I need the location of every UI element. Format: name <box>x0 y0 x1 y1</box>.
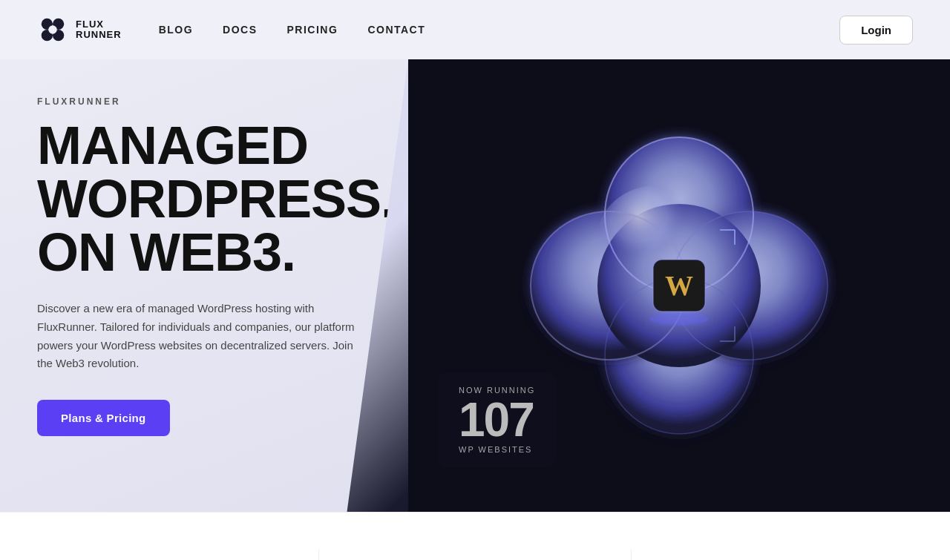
navbar: FLUX RUNNER BLOG DOCS PRICING CONTACT Lo… <box>0 0 950 59</box>
feature-budget-friendly: Budget Friendly Managed WordPress hostin… <box>37 550 319 560</box>
hero-title-line2: WORDPRESS. <box>37 169 395 228</box>
hero-brand: FLUXRUNNER <box>37 96 371 107</box>
nav-docs[interactable]: DOCS <box>223 24 257 36</box>
hero-title-line1: MANAGED <box>37 116 308 175</box>
nav-pricing[interactable]: PRICING <box>287 24 338 36</box>
hero-description: Discover a new era of managed WordPress … <box>37 300 356 373</box>
hero-right: W NOW RUNNING 107 WP WEBSITES <box>408 59 950 512</box>
nav-blog[interactable]: BLOG <box>159 24 193 36</box>
hero-title: MANAGED WORDPRESS. ON WEB3. <box>37 119 371 279</box>
logo-line2: RUNNER <box>76 30 122 40</box>
svg-point-22 <box>649 313 709 325</box>
hero-left: FLUXRUNNER MANAGED WORDPRESS. ON WEB3. D… <box>0 59 408 512</box>
logo[interactable]: FLUX RUNNER <box>37 14 122 45</box>
stats-number: 107 <box>459 396 535 444</box>
svg-point-4 <box>48 25 56 33</box>
nav-links: BLOG DOCS PRICING CONTACT <box>159 24 840 36</box>
feature-enterprise: Enterprise Grade Resources Each WordPres… <box>319 550 631 560</box>
hero-title-line3: ON WEB3. <box>37 223 295 282</box>
logo-text: FLUX RUNNER <box>76 19 122 41</box>
hero-section: FLUXRUNNER MANAGED WORDPRESS. ON WEB3. D… <box>0 59 950 512</box>
feature-distributed: W Distributed Network FluxRunner sites a… <box>632 550 913 560</box>
login-button[interactable]: Login <box>839 16 913 45</box>
stats-label-bottom: WP WEBSITES <box>459 445 535 454</box>
stats-overlay: NOW RUNNING 107 WP WEBSITES <box>438 372 556 467</box>
logo-line1: FLUX <box>76 19 122 30</box>
logo-icon <box>37 14 68 45</box>
nav-contact[interactable]: CONTACT <box>367 24 425 36</box>
svg-text:W: W <box>665 270 693 301</box>
features-section: Budget Friendly Managed WordPress hostin… <box>0 512 950 560</box>
plans-pricing-button[interactable]: Plans & Pricing <box>37 400 170 436</box>
